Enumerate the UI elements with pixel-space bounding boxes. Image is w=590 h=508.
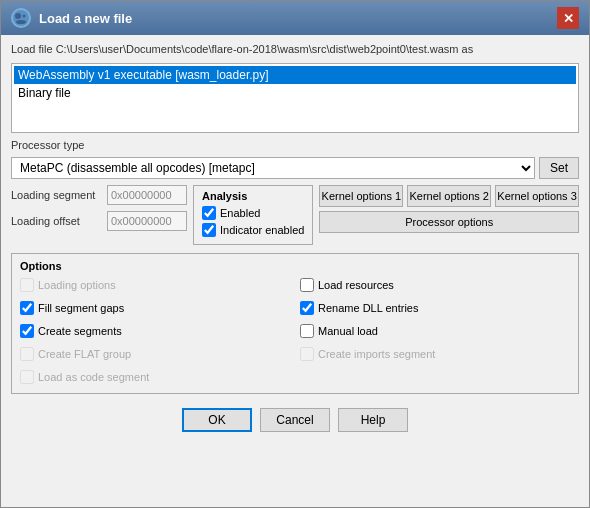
dialog-load-new-file: Load a new file ✕ Load file C:\Users\use… (0, 0, 590, 508)
options-group: Options Loading options Fill segment gap… (11, 253, 579, 394)
dialog-body: Load file C:\Users\user\Documents\code\f… (1, 35, 589, 507)
title-bar: Load a new file ✕ (1, 1, 589, 35)
indicator-checkbox[interactable] (202, 223, 216, 237)
loading-options-label: Loading options (38, 279, 116, 291)
load-resources-checkbox[interactable] (300, 278, 314, 292)
create-segments-checkbox[interactable] (20, 324, 34, 338)
option-create-segments-row: Create segments (20, 324, 290, 338)
options-left-col: Loading options Fill segment gaps Create… (20, 278, 290, 387)
loading-offset-label: Loading offset (11, 215, 101, 227)
option-load-as-code-row: Load as code segment (20, 370, 290, 384)
kernel-options-3-button[interactable]: Kernel options 3 (495, 185, 579, 207)
right-buttons: Kernel options 1 Kernel options 2 Kernel… (319, 185, 579, 233)
processor-select-row: MetaPC (disassemble all opcodes) [metapc… (11, 157, 579, 179)
enabled-checkbox[interactable] (202, 206, 216, 220)
close-button[interactable]: ✕ (557, 7, 579, 29)
loading-options-checkbox[interactable] (20, 278, 34, 292)
fill-segment-gaps-label: Fill segment gaps (38, 302, 124, 314)
option-manual-load-row: Manual load (300, 324, 570, 338)
create-imports-label: Create imports segment (318, 348, 435, 360)
kernel-options-1-button[interactable]: Kernel options 1 (319, 185, 403, 207)
set-button[interactable]: Set (539, 157, 579, 179)
options-title: Options (20, 260, 570, 272)
rename-dll-entries-checkbox[interactable] (300, 301, 314, 315)
app-icon (11, 8, 31, 28)
processor-type-label: Processor type (11, 139, 579, 151)
load-as-code-label: Load as code segment (38, 371, 149, 383)
kernel-options-2-button[interactable]: Kernel options 2 (407, 185, 491, 207)
load-resources-label: Load resources (318, 279, 394, 291)
middle-section: Loading segment Loading offset Analysis … (11, 185, 579, 245)
analysis-section: Analysis Enabled Indicator enabled (193, 185, 313, 245)
loading-offset-input[interactable] (107, 211, 187, 231)
loading-segment-label: Loading segment (11, 189, 101, 201)
option-load-resources-row: Load resources (300, 278, 570, 292)
load-as-code-checkbox[interactable] (20, 370, 34, 384)
processor-options-button[interactable]: Processor options (319, 211, 579, 233)
option-create-flat-group-row: Create FLAT group (20, 347, 290, 361)
file-list[interactable]: WebAssembly v1 executable [wasm_loader.p… (11, 63, 579, 133)
enabled-label: Enabled (220, 207, 260, 219)
file-path-label: Load file C:\Users\user\Documents\code\f… (11, 43, 579, 55)
option-create-imports-row: Create imports segment (300, 347, 570, 361)
create-imports-checkbox[interactable] (300, 347, 314, 361)
left-fields: Loading segment Loading offset (11, 185, 187, 231)
help-button[interactable]: Help (338, 408, 408, 432)
manual-load-label: Manual load (318, 325, 378, 337)
dialog-title: Load a new file (39, 11, 132, 26)
title-bar-left: Load a new file (11, 8, 132, 28)
manual-load-checkbox[interactable] (300, 324, 314, 338)
svg-point-1 (15, 13, 21, 19)
options-columns: Loading options Fill segment gaps Create… (20, 278, 570, 387)
loading-offset-row: Loading offset (11, 211, 187, 231)
cancel-button[interactable]: Cancel (260, 408, 330, 432)
rename-dll-label: Rename DLL entries (318, 302, 418, 314)
analysis-title: Analysis (202, 190, 304, 202)
enabled-checkbox-row: Enabled (202, 206, 304, 220)
option-loading-options-row: Loading options (20, 278, 290, 292)
processor-select[interactable]: MetaPC (disassemble all opcodes) [metapc… (11, 157, 535, 179)
fill-segment-gaps-checkbox[interactable] (20, 301, 34, 315)
svg-point-3 (16, 20, 26, 24)
file-list-item-binary[interactable]: Binary file (14, 84, 576, 102)
file-list-item-wasm[interactable]: WebAssembly v1 executable [wasm_loader.p… (14, 66, 576, 84)
svg-point-2 (23, 15, 26, 18)
indicator-label: Indicator enabled (220, 224, 304, 236)
options-right-col: Load resources Rename DLL entries Manual… (300, 278, 570, 387)
option-rename-dll-row: Rename DLL entries (300, 301, 570, 315)
indicator-checkbox-row: Indicator enabled (202, 223, 304, 237)
kernel-row: Kernel options 1 Kernel options 2 Kernel… (319, 185, 579, 207)
create-segments-label: Create segments (38, 325, 122, 337)
create-flat-group-label: Create FLAT group (38, 348, 131, 360)
loading-segment-input[interactable] (107, 185, 187, 205)
create-flat-group-checkbox[interactable] (20, 347, 34, 361)
bottom-buttons: OK Cancel Help (11, 400, 579, 440)
option-fill-segment-gaps-row: Fill segment gaps (20, 301, 290, 315)
ok-button[interactable]: OK (182, 408, 252, 432)
loading-segment-row: Loading segment (11, 185, 187, 205)
